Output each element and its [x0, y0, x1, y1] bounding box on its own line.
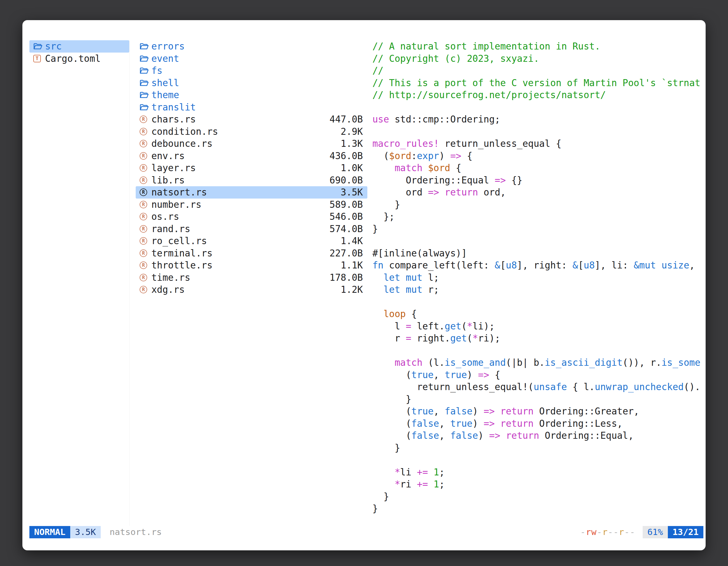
file-name: event: [151, 53, 363, 65]
file-name: theme: [151, 89, 363, 101]
code-line: (false, true) => return Ordering::Less,: [372, 417, 706, 430]
file-row[interactable]: translit: [136, 101, 367, 114]
file-name: number.rs: [151, 199, 330, 211]
folder-icon: [140, 43, 150, 50]
file-name: rand.rs: [151, 223, 330, 235]
file-name: shell: [151, 77, 363, 89]
permission-segment: -: [597, 527, 602, 537]
file-size: 178.0B: [330, 272, 363, 284]
file-name: Cargo.toml: [45, 53, 125, 65]
file-row[interactable]: R condition.rs 2.9K: [136, 126, 367, 138]
rust-file-icon: R: [140, 152, 150, 160]
code-line: match $ord {: [372, 162, 706, 174]
file-row[interactable]: R os.rs 546.0B: [136, 211, 367, 223]
rust-file-icon: R: [140, 213, 147, 220]
file-row[interactable]: R ro_cell.rs 1.4K: [136, 235, 367, 247]
rust-file-icon: R: [140, 213, 150, 220]
file-row[interactable]: T Cargo.toml: [29, 53, 129, 65]
file-row[interactable]: R time.rs 178.0B: [136, 272, 367, 284]
file-size: 1.2K: [341, 283, 363, 296]
code-line: let mut r;: [372, 283, 706, 296]
file-row[interactable]: R terminal.rs 227.0B: [136, 247, 367, 260]
rust-file-icon: R: [140, 237, 147, 245]
file-name: time.rs: [151, 272, 330, 284]
code-line: }: [372, 490, 706, 503]
status-bar: NORMAL 3.5K natsort.rs -rw-r--r-- 61% 13…: [29, 526, 703, 539]
file-row[interactable]: R debounce.rs 1.3K: [136, 138, 367, 150]
code-line: ($ord:expr) => {: [372, 150, 706, 162]
file-size: 1.0K: [341, 162, 363, 174]
yazi-file-manager-window: src T Cargo.toml errors event fs shell t…: [22, 20, 706, 550]
rust-file-icon: R: [140, 286, 150, 293]
file-size: 3.5K: [341, 186, 363, 199]
rust-file-icon: R: [140, 116, 147, 123]
code-line: fn compare_left(left: &[u8], right: &[u8…: [372, 259, 706, 272]
file-row[interactable]: R number.rs 589.0B: [136, 199, 367, 211]
permission-segment: r: [619, 527, 624, 537]
rust-file-icon: R: [140, 274, 150, 281]
file-size: 436.0B: [330, 150, 363, 162]
code-line: // http://sourcefrog.net/projects/natsor…: [372, 89, 706, 101]
file-size: 1.4K: [341, 235, 363, 247]
file-size: 690.0B: [330, 174, 363, 187]
file-name: src: [45, 40, 125, 53]
file-row[interactable]: src: [29, 40, 129, 53]
permission-segment: rw: [586, 527, 597, 537]
file-row[interactable]: theme: [136, 89, 367, 101]
rust-file-icon: R: [140, 286, 147, 293]
code-line: (true, false) => return Ordering::Greate…: [372, 405, 706, 417]
file-row[interactable]: R throttle.rs 1.1K: [136, 259, 367, 272]
file-row[interactable]: R rand.rs 574.0B: [136, 223, 367, 235]
code-line: loop {: [372, 308, 706, 320]
file-row[interactable]: fs: [136, 65, 367, 77]
file-row[interactable]: R layer.rs 1.0K: [136, 162, 367, 174]
permission-segment: --: [608, 527, 619, 537]
cursor-position-badge: 13/21: [668, 526, 703, 538]
file-size: 227.0B: [330, 247, 363, 260]
code-line: [372, 296, 706, 308]
rust-file-icon: R: [140, 128, 150, 135]
rust-file-icon: R: [140, 201, 147, 208]
code-line: *ri += 1;: [372, 478, 706, 490]
code-line: };: [372, 211, 706, 223]
code-line: [372, 454, 706, 466]
file-row[interactable]: event: [136, 53, 367, 65]
file-size: 546.0B: [330, 211, 363, 223]
file-name: condition.rs: [151, 126, 341, 138]
code-line: (false, false) => return Ordering::Equal…: [372, 429, 706, 442]
file-row[interactable]: R lib.rs 690.0B: [136, 174, 367, 187]
rust-file-icon: R: [140, 262, 147, 269]
file-row[interactable]: R chars.rs 447.0B: [136, 113, 367, 126]
rust-file-icon: R: [140, 128, 147, 135]
code-line: // A natural sort implementation in Rust…: [372, 40, 706, 53]
file-preview-pane: // A natural sort implementation in Rust…: [372, 40, 706, 526]
current-directory-pane: errors event fs shell theme translit R c…: [136, 40, 367, 526]
code-line: }: [372, 223, 706, 235]
file-row[interactable]: R xdg.rs 1.2K: [136, 283, 367, 296]
toml-file-icon: T: [33, 55, 43, 62]
permission-segment: --: [624, 527, 635, 537]
file-row[interactable]: R natsort.rs 3.5K: [136, 186, 367, 199]
code-line: }: [372, 393, 706, 405]
code-line: *li += 1;: [372, 466, 706, 478]
file-name: errors: [151, 40, 363, 53]
rust-file-icon: R: [140, 164, 150, 172]
rust-file-icon: R: [140, 189, 150, 196]
code-line: r = right.get(*ri);: [372, 332, 706, 344]
folder-icon: [140, 104, 150, 111]
file-row[interactable]: shell: [136, 77, 367, 89]
code-line: }: [372, 502, 706, 515]
rust-file-icon: R: [140, 225, 150, 233]
code-line: let mut l;: [372, 272, 706, 284]
code-line: macro_rules! return_unless_equal {: [372, 138, 706, 150]
file-name: ro_cell.rs: [151, 235, 341, 247]
file-name: layer.rs: [151, 162, 341, 174]
code-line: use std::cmp::Ordering;: [372, 113, 706, 126]
status-filename: natsort.rs: [110, 526, 162, 538]
file-row[interactable]: R env.rs 436.0B: [136, 150, 367, 162]
file-size: 2.9K: [341, 126, 363, 138]
permission-segment: -: [580, 527, 586, 537]
file-name: terminal.rs: [151, 247, 330, 260]
code-line: [372, 101, 706, 114]
file-row[interactable]: errors: [136, 40, 367, 53]
